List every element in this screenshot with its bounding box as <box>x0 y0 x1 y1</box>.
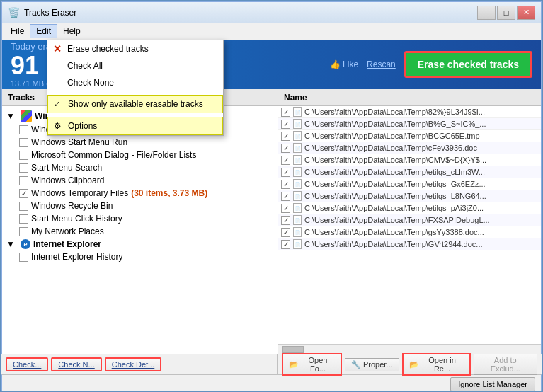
checkbox-clipboard[interactable] <box>19 176 28 185</box>
item-label: Microsoft Common Dialog - File/Folder Li… <box>31 150 196 160</box>
rescan-link[interactable]: Rescan <box>367 59 396 69</box>
checkbox-ie-history[interactable] <box>19 253 28 262</box>
table-row: 📄 C:\Users\faith\AppData\Local\Temp\etil… <box>278 166 541 178</box>
item-label: My Network Places <box>31 226 104 236</box>
file-checkbox[interactable] <box>281 108 290 117</box>
check-def-button[interactable]: Check Def... <box>105 357 162 371</box>
dropdown-item-label: Check None <box>67 78 114 88</box>
title-bar: 🗑️ Tracks Eraser ─ □ ✕ <box>1 1 542 23</box>
file-checkbox[interactable] <box>281 204 290 213</box>
file-checkbox[interactable] <box>281 180 290 189</box>
open-in-button[interactable]: 📂 Open in Re... <box>402 353 471 376</box>
item-label: Internet Explorer History <box>31 252 122 262</box>
file-checkbox[interactable] <box>281 168 290 177</box>
check-none-button[interactable]: Check N... <box>51 357 101 371</box>
menu-bar: File Edit Help <box>1 23 542 40</box>
file-icon: 📄 <box>293 107 302 117</box>
checkbox-recycle-bin[interactable] <box>19 202 28 211</box>
list-item[interactable]: Start Menu Search <box>2 161 278 174</box>
list-item[interactable]: Windows Start Menu Run <box>2 136 278 149</box>
add-exclude-button[interactable]: Add to Exclud... <box>474 354 538 375</box>
section-ie[interactable]: ▼ e Internet Explorer <box>2 238 278 250</box>
dropdown-check-all[interactable]: Check All <box>47 57 223 74</box>
file-icon: 📄 <box>293 167 302 177</box>
checkbox-click-history[interactable] <box>19 214 28 224</box>
dropdown-show-available[interactable]: ✓ Show only available erasable tracks <box>47 95 223 113</box>
checkbox-recent-docs[interactable] <box>19 125 28 134</box>
properties-button[interactable]: 🔧 Proper... <box>345 358 399 371</box>
table-row: 📄 C:\Users\faith\AppData\Local\Temp\B%G_… <box>278 118 541 130</box>
checkmark-icon: ✓ <box>54 100 60 109</box>
bottom-right-buttons: 📂 Open Fo... 🔧 Proper... 📂 Open in Re...… <box>278 354 542 374</box>
tree-area[interactable]: ▼ Windows Windows Recent Documents Windo… <box>2 106 278 354</box>
dropdown-item-label: Erase checked tracks <box>67 44 149 54</box>
file-path: C:\Users\faith\AppData\Local\Temp\GVrt29… <box>304 240 483 248</box>
file-checkbox[interactable] <box>281 192 290 201</box>
dropdown-options[interactable]: ⚙ Options <box>47 117 223 135</box>
item-label: Start Menu Click History <box>31 214 122 224</box>
list-item[interactable]: Internet Explorer History <box>2 250 278 263</box>
checkbox-start-search[interactable] <box>19 163 28 173</box>
maximize-button[interactable]: □ <box>497 6 515 20</box>
item-label: Windows Start Menu Run <box>31 137 127 147</box>
dropdown-check-none[interactable]: Check None <box>47 74 223 91</box>
menu-help[interactable]: Help <box>57 24 86 38</box>
file-path: C:\Users\faith\AppData\Local\Temp\CMV$~D… <box>304 156 486 164</box>
open-folder-button[interactable]: 📂 Open Fo... <box>282 353 342 376</box>
file-icon: 📄 <box>293 203 302 213</box>
ignore-list-button[interactable]: Ignore List Manager <box>450 377 535 391</box>
edit-dropdown-menu: ✕ Erase checked tracks Check All Check N… <box>47 40 224 136</box>
checkbox-temp-files[interactable] <box>19 189 28 198</box>
checkbox-network-places[interactable] <box>19 227 28 236</box>
gear-icon: ⚙ <box>54 121 62 131</box>
list-item[interactable]: My Network Places <box>2 225 278 238</box>
menu-edit[interactable]: Edit <box>30 24 57 38</box>
list-item[interactable]: Windows Recycle Bin <box>2 200 278 212</box>
file-checkbox[interactable] <box>281 144 290 153</box>
dropdown-item-label: Show only available erasable tracks <box>68 99 203 109</box>
title-bar-text: Tracks Eraser <box>24 8 477 18</box>
table-row: 📄 C:\Users\faith\AppData\Local\Temp\cFev… <box>278 142 541 154</box>
list-item[interactable]: Windows Clipboard <box>2 174 278 187</box>
minimize-button[interactable]: ─ <box>477 6 496 20</box>
expand-icon-ie: ▼ <box>6 239 16 249</box>
list-item[interactable]: Microsoft Common Dialog - File/Folder Li… <box>2 149 278 161</box>
check-button[interactable]: Check... <box>6 357 48 371</box>
file-checkbox[interactable] <box>281 120 290 129</box>
like-button[interactable]: 👍 Like <box>330 59 358 69</box>
erase-button[interactable]: Erase checked tracks <box>404 51 532 78</box>
file-checkbox[interactable] <box>281 156 290 165</box>
checkbox-start-menu-run[interactable] <box>19 138 28 147</box>
horizontal-scrollbar[interactable] <box>278 344 541 354</box>
file-path: C:\Users\faith\AppData\Local\Temp\etilqs… <box>304 168 485 176</box>
dropdown-erase-checked[interactable]: ✕ Erase checked tracks <box>47 40 223 57</box>
list-item[interactable]: Windows Temporary Files (30 items, 3.73 … <box>2 187 278 200</box>
menu-file[interactable]: File <box>5 24 30 38</box>
banner-right: 👍 Like Rescan Erase checked tracks <box>330 51 532 78</box>
expand-icon: ▼ <box>6 111 16 121</box>
file-checkbox[interactable] <box>281 228 290 237</box>
banner-size: 13.71 <box>11 79 30 88</box>
app-window: 🗑️ Tracks Eraser ─ □ ✕ File Edit Help To… <box>0 0 543 392</box>
file-checkbox[interactable] <box>281 240 290 249</box>
file-path: C:\Users\faith\AppData\Local\Temp\FXSAPI… <box>304 216 490 224</box>
list-item[interactable]: Start Menu Click History <box>2 212 278 225</box>
status-bar: Ignore List Manager <box>1 374 542 392</box>
file-list[interactable]: 📄 C:\Users\faith\AppData\Local\Temp\82%}… <box>278 106 541 344</box>
file-path: C:\Users\faith\AppData\Local\Temp\82%}9L… <box>304 108 485 116</box>
file-path: C:\Users\faith\AppData\Local\Temp\cFev39… <box>304 144 477 152</box>
table-row: 📄 C:\Users\faith\AppData\Local\Temp\BCGC… <box>278 130 541 142</box>
file-path: C:\Users\faith\AppData\Local\Temp\BCGC65… <box>304 132 480 140</box>
table-row: 📄 C:\Users\faith\AppData\Local\Temp\etil… <box>278 202 541 214</box>
checkbox-common-dialog[interactable] <box>19 151 28 160</box>
file-checkbox[interactable] <box>281 216 290 225</box>
file-checkbox[interactable] <box>281 132 290 141</box>
banner-count: 91 <box>11 53 39 79</box>
table-row: 📄 C:\Users\faith\AppData\Local\Temp\FXSA… <box>278 214 541 226</box>
close-button[interactable]: ✕ <box>517 6 535 20</box>
table-row: 📄 C:\Users\faith\AppData\Local\Temp\gsYy… <box>278 226 541 238</box>
file-icon: 📄 <box>293 131 302 141</box>
windows-icon <box>21 110 32 122</box>
file-path: C:\Users\faith\AppData\Local\Temp\etilqs… <box>304 204 484 212</box>
table-row: 📄 C:\Users\faith\AppData\Local\Temp\etil… <box>278 190 541 202</box>
